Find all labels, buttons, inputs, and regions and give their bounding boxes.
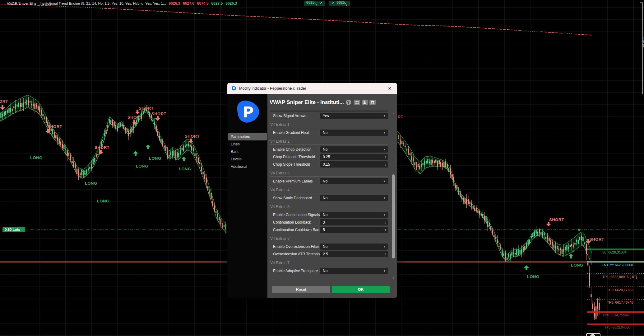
lots-badge[interactable]: 0.80 Lots ↑ — [2, 227, 25, 232]
parameter-dropdown[interactable]: No▼ — [320, 130, 388, 136]
scroll-up-icon[interactable]: ▲ — [391, 112, 395, 115]
level-label-entry: ENTRY: 6625,60000 — [602, 263, 633, 267]
section-label: V4 Extras 6 — [270, 236, 388, 241]
section-label: V4 Extras 4 — [270, 188, 388, 192]
indicator-name: VWAP Sniper Elite - Instituti... — [270, 99, 344, 106]
parameter-value: 0.15 — [320, 162, 385, 167]
parameters-scroll-area[interactable]: Show Signal ArrowsYes▼V4 Extras 1Enable … — [267, 111, 397, 281]
short-arrow-icon — [45, 129, 50, 135]
chevron-down-icon[interactable]: ▼ — [383, 180, 388, 183]
short-signal-label: SHORT — [95, 145, 109, 150]
level-label-tp1: TP1: 6622,88916 [HIT] — [602, 275, 637, 279]
parameter-row: Enable Chop DetectionNo▼ — [267, 146, 390, 153]
parameter-value: 2.5 — [320, 252, 385, 256]
save-icon[interactable] — [362, 100, 368, 105]
parameter-number-input[interactable]: 0.15▴▾ — [320, 161, 388, 168]
ask-price-badge[interactable]: ↗6625.8 — [329, 1, 350, 6]
help-icon[interactable]: ? — [346, 100, 351, 105]
parameter-number-input[interactable]: 5▴▾ — [320, 227, 388, 233]
level-label-tp3: TP3: 6617,46748 — [607, 301, 633, 304]
section-label: V4 Extras 3 — [270, 171, 388, 175]
parameter-value: No — [320, 244, 383, 249]
stepper-arrows-icon[interactable]: ▴▾ — [385, 155, 388, 159]
sidebar-item-additional[interactable]: Additional — [228, 163, 267, 170]
scrollbar-thumb[interactable] — [392, 174, 395, 258]
parameter-row: Show Static DashboardNo▼ — [267, 194, 390, 202]
parameter-row: Continuation Cooldown Bars5▴▾ — [267, 226, 390, 234]
dialog-scrollbar[interactable]: ▲ ▼ — [391, 111, 396, 281]
chevron-down-icon[interactable]: ▼ — [383, 213, 388, 216]
section-header: V4 Extras 1 — [267, 120, 390, 129]
parameter-label: Continuation Cooldown Bars — [273, 228, 320, 232]
parameter-number-input[interactable]: 3▴▾ — [320, 219, 388, 225]
short-arrow-icon — [188, 139, 193, 144]
dialog-titlebar[interactable]: P Modify indicator - Pepperstone cTrader… — [227, 83, 397, 94]
pepperstone-logo-icon: P — [231, 86, 237, 91]
long-signal-label: LONG — [136, 164, 148, 168]
parameter-row: Overextension ATR Threshold2.5▴▾ — [267, 250, 390, 258]
chevron-down-icon[interactable]: ▼ — [383, 148, 388, 151]
short-signal-label: SHORT — [589, 237, 604, 242]
reset-button[interactable]: Reset — [272, 286, 330, 293]
sidebar-item-levels[interactable]: Levels — [228, 155, 267, 163]
ok-button[interactable]: OK — [332, 286, 390, 293]
long-signal-label: LONG — [85, 181, 97, 186]
parameter-number-input[interactable]: 0.25▴▾ — [320, 154, 388, 160]
parameter-value: No — [320, 269, 383, 273]
parameter-label: Chop Slope Threshold — [273, 162, 320, 167]
scroll-down-icon[interactable]: ▼ — [391, 277, 395, 280]
close-icon[interactable]: ✕ — [386, 85, 393, 92]
dialog-sidebar: P ParametersLinesBarsLevelsAdditional — [227, 94, 267, 298]
bid-price-badge[interactable]: 6625.4↗ — [304, 1, 325, 6]
indicator-summary: VWAP Sniper Elite - Institutional Trend … — [7, 2, 166, 5]
stepper-arrows-icon[interactable]: ▴▾ — [385, 228, 388, 231]
sidebar-item-lines[interactable]: Lines — [228, 140, 267, 148]
parameter-dropdown[interactable]: No▼ — [320, 212, 388, 218]
parameter-dropdown[interactable]: No▼ — [320, 178, 388, 184]
long-signal-label: LONG — [149, 156, 161, 161]
long-signal-label: LONG — [527, 274, 540, 279]
parameter-dropdown[interactable]: No▼ — [320, 244, 388, 250]
parameter-dropdown[interactable]: No▼ — [320, 268, 388, 274]
section-label: V4 Extras 2 — [270, 139, 388, 144]
parameter-value: No — [320, 213, 383, 217]
short-signal-label: SHORT — [127, 115, 142, 120]
indicator-value: 6674.5 — [197, 1, 209, 6]
parameter-dropdown[interactable]: No▼ — [320, 195, 388, 201]
section-label: V4 Extras 5 — [270, 205, 388, 209]
chevron-down-icon[interactable]: ▼ — [383, 269, 388, 272]
delete-icon[interactable] — [369, 100, 376, 105]
parameter-dropdown[interactable]: No▼ — [320, 146, 388, 153]
folder-icon[interactable] — [354, 100, 360, 105]
parameter-label: Continuation Lookback — [273, 220, 320, 225]
section-header: V4 Extras 2 — [267, 136, 390, 146]
long-arrow-icon — [133, 151, 138, 157]
section-header: V4 Extras 5 — [267, 202, 390, 211]
section-divider — [270, 193, 388, 193]
short-signal-label: SHORT — [151, 111, 166, 116]
short-arrow-icon — [546, 222, 551, 228]
svg-text:P: P — [233, 87, 235, 90]
parameter-row: Chop Slope Threshold0.15▴▾ — [267, 161, 390, 168]
parameter-dropdown[interactable]: Yes▼ — [320, 113, 388, 119]
sidebar-item-parameters[interactable]: Parameters — [228, 133, 267, 140]
chevron-down-icon[interactable]: ▼ — [383, 131, 388, 134]
indicator-value: 6627.6 — [183, 1, 194, 6]
section-divider — [270, 128, 388, 128]
parameter-number-input[interactable]: 2.5▴▾ — [320, 251, 388, 257]
parameter-value: No — [320, 130, 383, 135]
stepper-arrows-icon[interactable]: ▴▾ — [385, 221, 388, 224]
stepper-arrows-icon[interactable]: ▴▾ — [385, 163, 388, 166]
parameter-row: Enable Adaptive Transpare...No▼ — [267, 267, 390, 275]
section-header: V4 Extras 4 — [267, 185, 390, 194]
clipped-row-edge — [270, 111, 388, 111]
chevron-down-icon[interactable]: ▼ — [383, 196, 388, 200]
chevron-down-icon[interactable]: ▼ — [383, 114, 388, 117]
stepper-arrows-icon[interactable]: ▴▾ — [385, 253, 388, 256]
modify-indicator-dialog: P Modify indicator - Pepperstone cTrader… — [227, 83, 397, 298]
sidebar-item-bars[interactable]: Bars — [228, 148, 267, 155]
section-header: V4 Extras 7 — [267, 258, 390, 267]
chevron-down-icon[interactable]: ▼ — [383, 245, 388, 248]
parameter-row: Chop Distance Threshold0.25▴▾ — [267, 153, 390, 161]
parameter-row: Enable Continuation SignalsNo▼ — [267, 211, 390, 219]
